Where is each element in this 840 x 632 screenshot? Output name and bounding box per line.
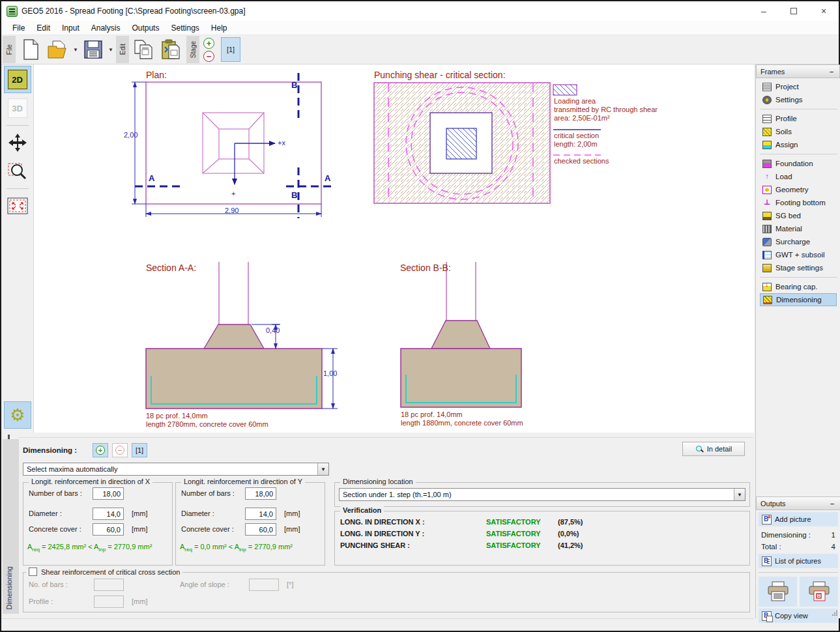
- cover-x-input[interactable]: [93, 523, 124, 536]
- menu-file[interactable]: File: [7, 22, 31, 35]
- legend-critical-line1: critical section: [554, 132, 599, 140]
- menu-outputs[interactable]: Outputs: [126, 22, 165, 35]
- menu-edit[interactable]: Edit: [31, 22, 56, 35]
- gear-icon: [10, 405, 25, 425]
- main-toolbar: File ▼ ▼ Edit: [1, 35, 839, 65]
- add-picture-button[interactable]: Add picture: [759, 512, 838, 526]
- group-verification: Verification LONG. IN DIRECTION X : SATI…: [334, 511, 750, 566]
- zoom-button[interactable]: [4, 158, 31, 185]
- material-icon: [762, 225, 772, 233]
- drawing-canvas[interactable]: Plan: 2,00 2,90 A A B B +x + Punching sh…: [34, 65, 754, 433]
- sidebar-item-project[interactable]: Project: [760, 80, 840, 93]
- outputs-panel-header: Outputs –: [756, 496, 840, 510]
- section-b-label-bottom: B: [291, 190, 297, 200]
- horizontal-splitter[interactable]: [1, 433, 754, 437]
- verification-percent: (87,5%): [558, 518, 583, 526]
- sidebar-item-surcharge[interactable]: Surcharge: [760, 235, 840, 248]
- menu-analysis[interactable]: Analysis: [85, 22, 126, 35]
- sidebar-item-dimensioning[interactable]: Dimensioning: [760, 293, 837, 306]
- sidebar-item-assign[interactable]: Assign: [760, 138, 840, 151]
- list-of-pictures-button[interactable]: List of pictures: [759, 554, 838, 568]
- sidebar-item-stage-settings[interactable]: Stage settings: [760, 261, 840, 274]
- analysis-number-button[interactable]: [1]: [132, 443, 147, 457]
- section-b-label-top: B: [291, 80, 297, 90]
- maximize-button[interactable]: [779, 1, 809, 21]
- print-button[interactable]: [759, 577, 797, 607]
- view-2d-button[interactable]: 2D: [4, 66, 31, 93]
- cover-y-input[interactable]: [245, 523, 276, 536]
- project-icon: [762, 83, 772, 91]
- stage-remove-button[interactable]: −: [203, 51, 214, 62]
- minimize-button[interactable]: –: [749, 1, 779, 21]
- verification-percent: (0,0%): [558, 530, 579, 538]
- outputs-collapse-button[interactable]: –: [828, 500, 836, 508]
- view-3d-button[interactable]: 3D: [4, 94, 31, 122]
- in-detail-button[interactable]: In detail: [682, 442, 745, 456]
- group-dimensioning-location: Dimensioning location Section under 1. s…: [334, 482, 750, 507]
- sidebar-item-geometry[interactable]: Geometry: [760, 183, 840, 196]
- sidebar-item-bearing-cap[interactable]: Bearing cap.: [760, 280, 840, 293]
- open-file-button[interactable]: [44, 35, 72, 64]
- print-selection-button[interactable]: [800, 577, 838, 607]
- stage-settings-icon: [762, 264, 772, 272]
- sidebar-item-load[interactable]: Load: [760, 170, 840, 183]
- pan-arrows-icon: [8, 133, 27, 152]
- sidebar-item-material[interactable]: Material: [760, 222, 840, 235]
- bars-y-input[interactable]: [245, 487, 276, 500]
- plan-dim-height: 2,00: [124, 131, 138, 139]
- stage-number-button[interactable]: [1]: [221, 37, 240, 62]
- menu-help[interactable]: Help: [205, 22, 233, 35]
- diameter-x-input[interactable]: [93, 508, 124, 520]
- verification-status: SATISFACTORY: [486, 530, 541, 538]
- sidebar-item-footing-bottom[interactable]: Footing bottom: [760, 196, 840, 209]
- resize-grip[interactable]: [832, 610, 838, 616]
- area-check-x: Areq = 2425,8 mm² < Ainp = 2770,9 mm²: [27, 543, 152, 553]
- maxima-combobox[interactable]: Select maxima automatically ▼: [23, 463, 329, 476]
- title-bar: GEO5 2016 - Spread Footing [C:\Spread Fo…: [1, 1, 839, 21]
- paste-icon: [161, 39, 182, 60]
- analysis-add-button[interactable]: +: [93, 443, 108, 457]
- copy-view-button[interactable]: Copy view: [759, 609, 838, 623]
- dimensioning-count-row: Dimensioning : 1: [756, 528, 840, 540]
- copy-button[interactable]: [130, 35, 158, 64]
- location-combobox[interactable]: Section under 1. step (th.=1,00 m) ▼: [339, 488, 746, 501]
- status-strip: [1, 618, 754, 631]
- save-dropdown-arrow[interactable]: ▼: [107, 35, 115, 64]
- sidebar-item-profile[interactable]: Profile: [760, 112, 840, 125]
- shear-reinforcement-checkbox[interactable]: [29, 567, 37, 576]
- sidebar-item-soils[interactable]: Soils: [760, 125, 840, 138]
- menu-settings[interactable]: Settings: [165, 22, 205, 35]
- sidebar-item-gwt-subsoil[interactable]: GWT + subsoil: [760, 248, 840, 261]
- copy-icon: [134, 39, 154, 60]
- verification-status: SATISFACTORY: [486, 518, 541, 526]
- menu-input[interactable]: Input: [56, 22, 85, 35]
- in-detail-icon: [695, 445, 704, 453]
- frames-collapse-button[interactable]: –: [828, 68, 835, 76]
- legend-critical-line2: length: 2,00m: [554, 140, 598, 149]
- geometry-icon: [762, 186, 772, 194]
- analysis-remove-button[interactable]: −: [112, 443, 128, 457]
- save-button[interactable]: [80, 35, 107, 64]
- axis-y-label: +: [231, 190, 235, 197]
- bars-x-input[interactable]: [93, 487, 124, 500]
- diameter-y-input[interactable]: [245, 508, 276, 520]
- app-icon: [7, 6, 18, 17]
- open-dropdown-arrow[interactable]: ▼: [72, 35, 80, 64]
- stage-add-button[interactable]: +: [203, 38, 214, 49]
- section-a-label-right: A: [325, 173, 330, 183]
- close-button[interactable]: ×: [809, 1, 839, 21]
- sidebar-item-foundation[interactable]: Foundation: [760, 157, 840, 170]
- section-a-caption-2: length 2780mm, concrete cover 60mm: [146, 420, 268, 428]
- view-toolbar: 2D 3D: [1, 65, 34, 433]
- new-file-button[interactable]: [17, 35, 44, 64]
- settings-gear-button[interactable]: [4, 401, 31, 429]
- sidebar-item-settings[interactable]: Settings: [760, 93, 840, 106]
- pan-button[interactable]: [4, 129, 31, 156]
- legend-loading-line1: Loading area: [554, 97, 596, 106]
- fit-to-view-button[interactable]: [4, 192, 31, 220]
- verification-label: PUNCHING SHEAR :: [340, 541, 410, 549]
- profile-icon: [762, 115, 772, 123]
- paste-button[interactable]: [158, 35, 185, 64]
- sidebar-item-sg-bed[interactable]: SG bed: [760, 209, 840, 222]
- dimensioning-side-tab[interactable]: Dimensioning: [3, 439, 19, 614]
